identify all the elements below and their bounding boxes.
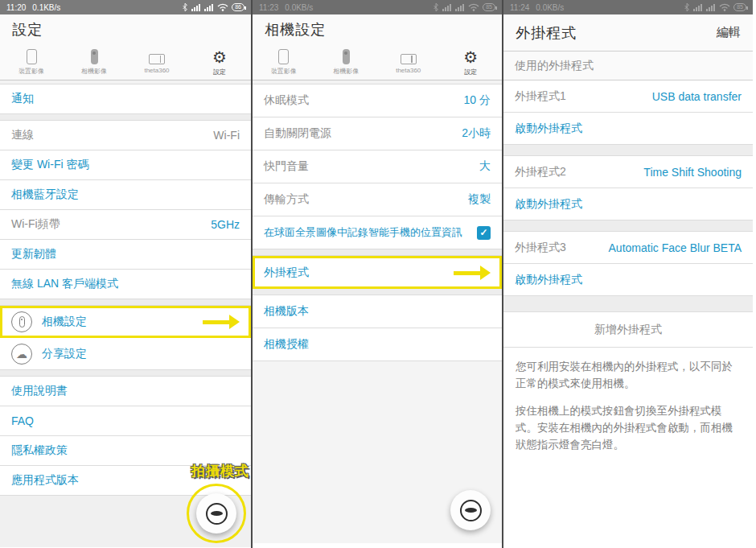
description-paragraph: 按住相機上的模式按鈕會切換至外掛程式模式。安裝在相機內的外掛程式會啟動，而相機狀… — [516, 403, 741, 454]
signal-icon — [442, 3, 452, 11]
clock: 11:23 — [259, 3, 278, 12]
battery-icon: 86 — [232, 3, 244, 11]
settings-screen: 11:20 0.1KB/s 86 設定 裝置影像 相機影像 theta360 ⚙ — [0, 0, 251, 548]
battery-icon: 85 — [733, 3, 746, 11]
bluetooth-icon — [433, 2, 439, 12]
wifi-icon — [719, 3, 730, 11]
edit-button[interactable]: 編輯 — [717, 25, 741, 40]
list-item-wlan-client-mode[interactable]: 無線 LAN 客戶端模式 — [0, 270, 251, 299]
camera-lens-icon — [460, 500, 482, 521]
tab-camera-images[interactable]: 相機影像 — [63, 45, 125, 80]
bluetooth-icon — [182, 2, 188, 12]
list-item-share-settings[interactable]: ☁ 分享設定 — [0, 338, 251, 370]
highlight-arrow-icon — [203, 315, 240, 329]
tab-device-images[interactable]: 裝置影像 — [0, 45, 63, 80]
tab-device-images[interactable]: 裝置影像 — [253, 45, 315, 80]
list-item-record-location[interactable]: 在球面全景圖像中記錄智能手機的位置資訊 — [253, 216, 502, 249]
theta360-icon — [401, 54, 417, 64]
launch-plugin2-button[interactable]: 啟動外掛程式 — [503, 188, 753, 220]
page-title: 相機設定 — [265, 20, 326, 39]
shooting-mode-fab[interactable] — [450, 490, 491, 530]
list-item-connection[interactable]: 連線 Wi-Fi — [0, 121, 251, 150]
signal-icon — [204, 3, 214, 11]
divider — [0, 370, 251, 377]
list-item-transfer-method[interactable]: 傳輸方式 複製 — [253, 183, 502, 216]
page-header: 設定 — [0, 14, 251, 45]
list-item-wifi-band[interactable]: Wi-Fi頻帶 5GHz — [0, 210, 251, 240]
plugin1-value: USB data transfer — [652, 90, 742, 103]
network-speed: 0.0KB/s — [536, 3, 564, 12]
wifi-icon — [468, 3, 479, 11]
divider — [253, 289, 502, 295]
divider — [253, 249, 502, 256]
tab-bar: 裝置影像 相機影像 theta360 ⚙ 設定 — [0, 45, 251, 80]
clock: 11:24 — [510, 3, 529, 12]
tab-settings[interactable]: ⚙ 設定 — [440, 45, 503, 80]
cloud-circle-icon: ☁ — [11, 344, 32, 365]
list-item-camera-settings[interactable]: 相機設定 — [0, 306, 251, 338]
divider — [503, 145, 753, 156]
divider — [503, 296, 753, 312]
battery-icon: 85 — [483, 3, 495, 11]
list-item-camera-bluetooth[interactable]: 相機藍牙設定 — [0, 180, 251, 210]
tab-bar: 裝置影像 相機影像 theta360 ⚙ 設定 — [253, 45, 502, 80]
smartphone-icon — [27, 49, 37, 64]
list-item-plugin1[interactable]: 外掛程式1 USB data transfer — [503, 80, 753, 113]
status-bar: 11:20 0.1KB/s 86 — [0, 0, 251, 14]
list-item-plugin2[interactable]: 外掛程式2 Time Shift Shooting — [503, 156, 753, 188]
fab-highlight-ring — [187, 484, 246, 543]
divider — [0, 299, 251, 306]
auto-power-off-value: 2小時 — [462, 126, 491, 141]
page-title: 設定 — [12, 20, 43, 39]
launch-plugin1-button[interactable]: 啟動外掛程式 — [503, 113, 753, 145]
plugin3-value: Automatic Face Blur BETA — [609, 241, 742, 254]
shutter-volume-value: 大 — [479, 159, 491, 174]
list-item-plugin3[interactable]: 外掛程式3 Automatic Face Blur BETA — [503, 232, 753, 264]
transfer-method-value: 複製 — [468, 192, 491, 207]
camera-settings-screen: 11:23 0.0KB/s 85 相機設定 裝置影像 相機影像 theta360… — [251, 0, 502, 548]
page-title: 外掛程式 — [516, 23, 577, 43]
theta-camera-icon — [91, 49, 98, 64]
network-speed: 0.1KB/s — [32, 3, 60, 12]
page-header: 相機設定 — [253, 14, 502, 45]
network-speed: 0.0KB/s — [285, 3, 313, 12]
tab-camera-images[interactable]: 相機影像 — [315, 45, 378, 80]
status-bar: 11:23 0.0KB/s 85 — [253, 0, 502, 14]
wifi-icon — [217, 3, 228, 11]
list-item-auto-power-off[interactable]: 自動關閉電源 2小時 — [253, 117, 502, 150]
list-item-change-wifi-password[interactable]: 變更 Wi-Fi 密碼 — [0, 150, 251, 180]
camera-circle-icon — [11, 311, 32, 332]
gear-icon: ⚙ — [463, 49, 478, 65]
list-item-shutter-volume[interactable]: 快門音量 大 — [253, 150, 502, 183]
shooting-mode-fab[interactable] — [196, 493, 236, 534]
list-item-faq[interactable]: FAQ — [0, 406, 251, 436]
plugin2-value: Time Shift Shooting — [643, 166, 742, 179]
connection-value: Wi-Fi — [213, 129, 240, 142]
theta-camera-icon — [343, 49, 350, 64]
list-item-camera-version[interactable]: 相機版本 — [253, 295, 502, 328]
list-item-user-manual[interactable]: 使用說明書 — [0, 377, 251, 406]
plugin-description: 您可利用安裝在相機內的外掛程式，以不同於正常的模式來使用相機。 按住相機上的模式… — [503, 348, 753, 465]
highlight-arrow-icon — [454, 266, 491, 280]
list-item-camera-license[interactable]: 相機授權 — [253, 328, 502, 361]
launch-plugin3-button[interactable]: 啟動外掛程式 — [503, 264, 753, 296]
list-item-plugin[interactable]: 外掛程式 — [253, 256, 502, 289]
theta360-icon — [149, 54, 165, 64]
bluetooth-icon — [684, 2, 690, 12]
plugin-screen: 11:24 0.0KB/s 85 外掛程式 編輯 使用的外掛程式 外掛程式1 U… — [502, 0, 753, 548]
camera-lens-icon — [206, 503, 228, 525]
add-plugin-button[interactable]: 新增外掛程式 — [503, 312, 753, 348]
status-bar: 11:24 0.0KB/s 85 — [503, 0, 753, 14]
list-item-sleep-mode[interactable]: 休眠模式 10 分 — [253, 84, 502, 117]
signal-icon — [455, 3, 465, 11]
tab-theta360[interactable]: theta360 — [125, 45, 188, 80]
list-item-update-firmware[interactable]: 更新韌體 — [0, 240, 251, 270]
tab-theta360[interactable]: theta360 — [377, 45, 440, 80]
list-item-notifications[interactable]: 通知 — [0, 84, 251, 114]
page-header: 外掛程式 編輯 — [503, 14, 753, 52]
used-plugins-header: 使用的外掛程式 — [503, 52, 753, 80]
shooting-mode-callout: 拍攝模式 — [191, 462, 249, 480]
divider — [0, 114, 251, 121]
tab-settings[interactable]: ⚙ 設定 — [188, 45, 251, 80]
location-checkbox[interactable] — [477, 226, 491, 240]
